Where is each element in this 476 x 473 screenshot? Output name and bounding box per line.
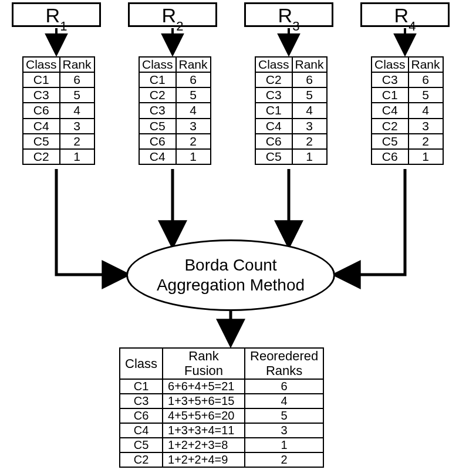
table-row: C52 xyxy=(372,134,443,149)
table-row: C35 xyxy=(255,87,327,103)
col-class: Class xyxy=(255,57,292,72)
ranker-box-r4: R4 xyxy=(360,2,450,27)
col-class: Class xyxy=(120,348,163,379)
ranker-label: R4 xyxy=(394,4,416,26)
aggregation-method-node: Borda Count Aggregation Method xyxy=(126,239,335,311)
rank-table-r1: ClassRank C16 C35 C64 C43 C52 C21 xyxy=(22,56,95,165)
table-row: C16 xyxy=(23,72,94,87)
rank-table-r3: ClassRank C26 C35 C14 C43 C62 C51 xyxy=(255,56,328,165)
table-row: C34 xyxy=(139,103,211,118)
table-row: C35 xyxy=(23,87,94,103)
table-row: C52 xyxy=(23,134,94,149)
table-row: C51+2+2+3=81 xyxy=(120,438,323,452)
rank-table-r2: ClassRank C16 C25 C34 C53 C62 C41 xyxy=(139,56,211,165)
col-rank: Rank xyxy=(409,57,443,72)
table-row: C21 xyxy=(23,149,94,164)
table-row: C26 xyxy=(255,72,327,87)
table-row: C51 xyxy=(255,149,327,164)
ranker-box-r1: R1 xyxy=(12,2,101,27)
ranker-box-r3: R3 xyxy=(244,2,333,27)
col-rank: Rank xyxy=(176,57,211,72)
table-row: C14 xyxy=(255,103,327,118)
col-class: Class xyxy=(139,57,176,72)
ranker-box-r2: R2 xyxy=(128,2,217,27)
table-row: C64 xyxy=(23,103,94,118)
method-label-line2: Aggregation Method xyxy=(157,275,305,295)
col-rank: Rank xyxy=(60,57,94,72)
table-row: C16 xyxy=(139,72,211,87)
col-class: Class xyxy=(372,57,409,72)
table-row: C31+3+5+6=154 xyxy=(120,394,323,408)
col-rank: Rank xyxy=(292,57,327,72)
table-row: C36 xyxy=(372,72,443,87)
table-row: C41+3+3+4=113 xyxy=(120,423,323,438)
table-row: C61 xyxy=(372,149,443,164)
ranker-label: R2 xyxy=(162,4,184,26)
table-row: C21+2+2+4=92 xyxy=(120,452,323,467)
table-row: C43 xyxy=(255,119,327,134)
col-class: Class xyxy=(23,57,60,72)
table-row: C43 xyxy=(23,119,94,134)
table-row: C23 xyxy=(372,119,443,134)
table-row: C25 xyxy=(139,87,211,103)
table-row: C64+5+5+6=205 xyxy=(120,408,323,423)
table-row: C53 xyxy=(139,119,211,134)
table-row: C15 xyxy=(372,87,443,103)
table-row: C44 xyxy=(372,103,443,118)
ranker-label: R1 xyxy=(46,4,67,26)
table-row: C41 xyxy=(139,149,211,164)
col-reordered-ranks: Reoredered Ranks xyxy=(245,348,323,379)
table-row: C16+6+4+5=216 xyxy=(120,379,323,394)
col-rank-fusion: Rank Fusion xyxy=(163,348,245,379)
rank-table-r4: ClassRank C36 C15 C44 C23 C52 C61 xyxy=(371,56,444,165)
method-label-line1: Borda Count xyxy=(157,255,305,275)
table-row: C62 xyxy=(255,134,327,149)
result-table: Class Rank Fusion Reoredered Ranks C16+6… xyxy=(119,347,324,468)
table-row: C62 xyxy=(139,134,211,149)
ranker-label: R3 xyxy=(278,4,300,26)
